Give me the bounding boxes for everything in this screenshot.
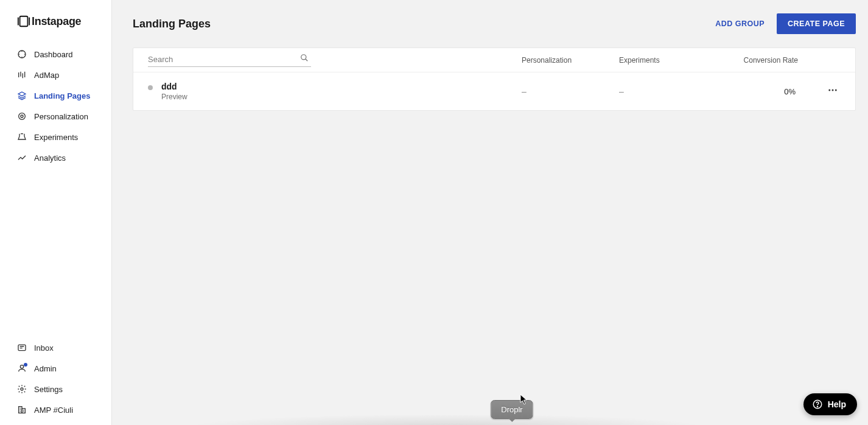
target-icon (17, 111, 27, 121)
page-title: Landing Pages (133, 18, 211, 30)
help-label: Help (828, 399, 846, 409)
svg-point-16 (817, 406, 817, 407)
svg-point-4 (19, 113, 26, 120)
building-icon (17, 405, 27, 415)
sidebar-item-label: Admin (34, 364, 57, 373)
sidebar-item-settings[interactable]: Settings (0, 379, 111, 399)
sidebar-item-label: Analytics (34, 153, 66, 163)
svg-rect-1 (29, 18, 30, 26)
pages-table: Personalization Experiments Conversion R… (133, 47, 856, 111)
header-actions: ADD GROUP CREATE PAGE (715, 13, 856, 34)
add-group-button[interactable]: ADD GROUP (715, 19, 765, 28)
nav-main: Dashboard AdMap Landing Pages Personaliz… (0, 44, 111, 168)
svg-point-14 (835, 90, 837, 91)
sidebar-item-inbox[interactable]: Inbox (0, 337, 111, 358)
row-personalization-value: – (522, 86, 619, 96)
svg-rect-0 (18, 18, 19, 26)
sidebar-item-label: AMP #Ciuli (34, 406, 73, 415)
sidebar-item-personalization[interactable]: Personalization (0, 106, 111, 127)
help-button[interactable]: Help (803, 393, 857, 415)
brand-logo[interactable]: Instapage (0, 0, 111, 44)
create-page-button[interactable]: CREATE PAGE (777, 13, 856, 34)
row-conversion-value: 0% (741, 87, 796, 96)
search-field[interactable] (148, 54, 311, 67)
tooltip: Droplr (491, 400, 533, 419)
svg-point-11 (301, 54, 306, 59)
sidebar-item-workspace[interactable]: AMP #Ciuli (0, 399, 111, 420)
svg-point-5 (21, 115, 23, 118)
sidebar-item-label: Landing Pages (34, 91, 90, 100)
status-dot-icon (148, 85, 153, 90)
layers-icon (17, 91, 27, 100)
notification-dot-icon (24, 363, 27, 367)
experiments-icon (17, 132, 27, 142)
sidebar-item-label: Settings (34, 385, 63, 394)
svg-point-8 (21, 388, 23, 390)
column-header-experiments: Experiments (619, 56, 741, 65)
sidebar-item-label: Experiments (34, 133, 78, 142)
logo-icon (17, 15, 30, 28)
sidebar-item-admap[interactable]: AdMap (0, 65, 111, 85)
sidebar-item-analytics[interactable]: Analytics (0, 147, 111, 168)
table-row[interactable]: ddd Preview – – 0% (133, 72, 855, 110)
sidebar-item-landing-pages[interactable]: Landing Pages (0, 85, 111, 106)
svg-rect-10 (22, 409, 25, 413)
more-horizontal-icon (827, 85, 838, 96)
gear-icon (17, 384, 27, 394)
sidebar-item-label: AdMap (34, 71, 59, 80)
page-row-subtitle: Preview (161, 93, 187, 101)
sidebar-item-experiments[interactable]: Experiments (0, 127, 111, 147)
search-icon (300, 54, 309, 65)
search-input[interactable] (148, 54, 311, 65)
help-icon (812, 399, 823, 410)
header: Landing Pages ADD GROUP CREATE PAGE (112, 0, 868, 47)
svg-point-12 (828, 90, 830, 91)
column-header-conversion: Conversion Rate (741, 56, 838, 65)
brand-name: Instapage (32, 15, 81, 28)
nav-bottom: Inbox Admin Settings AMP #Ciuli (0, 337, 111, 425)
svg-point-7 (20, 365, 23, 368)
sidebar: Instapage Dashboard AdMap Landing Pages (0, 0, 112, 425)
sidebar-item-label: Inbox (34, 343, 54, 353)
page-row-title: ddd (161, 82, 187, 92)
sidebar-item-label: Dashboard (34, 50, 73, 59)
row-experiments-value: – (619, 86, 741, 96)
inbox-icon (17, 343, 27, 353)
sidebar-item-label: Personalization (34, 112, 88, 121)
analytics-icon (17, 153, 27, 163)
main: Landing Pages ADD GROUP CREATE PAGE Pers… (112, 0, 868, 425)
admap-icon (17, 70, 27, 80)
svg-point-13 (832, 90, 834, 91)
column-header-personalization: Personalization (522, 56, 619, 65)
sidebar-item-admin[interactable]: Admin (0, 358, 111, 379)
table-header: Personalization Experiments Conversion R… (133, 48, 855, 72)
sidebar-item-dashboard[interactable]: Dashboard (0, 44, 111, 65)
svg-rect-2 (20, 16, 28, 27)
dock-shadow (185, 414, 710, 425)
dashboard-icon (17, 49, 27, 59)
row-more-button[interactable] (827, 85, 838, 96)
